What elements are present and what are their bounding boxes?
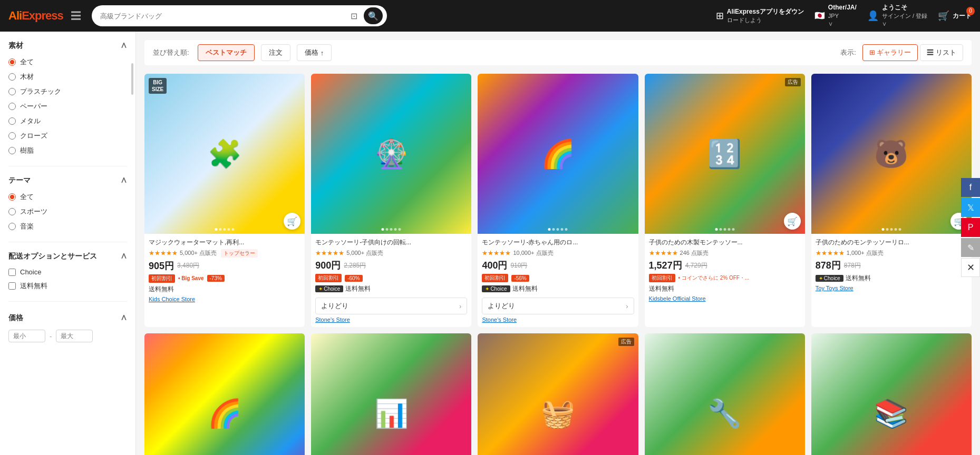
theme-filter-title[interactable]: テーマ ∧	[8, 175, 127, 186]
cart-nav[interactable]: 🛒 0 カート	[938, 10, 972, 22]
material-radio-all[interactable]	[8, 58, 16, 66]
product-card-10[interactable]: 📚 🛒 農場の絵本 赤ちゃん向けソフトブック ★★★★★ 6,700+ 点販売 …	[811, 333, 972, 455]
product-card-7[interactable]: 📊 🛒 算数スティック 子供向け教育玩具 ★★★★★ 2,500+ 点販売 68…	[311, 333, 471, 455]
material-option-all[interactable]: 全て	[8, 57, 127, 67]
sort-best-match-button[interactable]: ベストマッチ	[198, 44, 255, 61]
yori-dori-button[interactable]: よりどり ›	[482, 298, 634, 314]
stars: ★★★★★	[482, 249, 511, 257]
choice-icon: ✦	[485, 286, 489, 292]
product-card-9[interactable]: 🔧 🛒 子供向け工具セット DIY おもちゃ ★★★★★ 4,200+ 点販売 …	[645, 333, 805, 455]
dot-indicators	[215, 228, 235, 231]
shipping-checkbox-free[interactable]	[8, 282, 16, 290]
material-radio-wood[interactable]	[8, 73, 16, 81]
sort-orders-button[interactable]: 注文	[261, 44, 290, 61]
social-sidebar: f 𝕏 P ✎ ✕	[961, 178, 980, 277]
divider-2	[8, 242, 127, 242]
material-option-resin[interactable]: 樹脂	[8, 146, 127, 155]
dot-4	[894, 228, 897, 231]
shipping-option-free[interactable]: 送料無料	[8, 281, 127, 291]
hamburger-button[interactable]: ☰	[69, 7, 83, 25]
twitter-share-button[interactable]: 𝕏	[961, 198, 980, 217]
price-max-input[interactable]	[56, 330, 93, 342]
product-card-3[interactable]: 🌈 モンテッソーリ-赤ちゃん用のロ... ★★★★★ 10,000+ 点販売 4…	[478, 74, 638, 327]
search-input[interactable]	[100, 12, 344, 20]
price-filter-section: 価格 ∧ -	[8, 312, 127, 342]
free-shipping: 送料無料	[649, 284, 801, 293]
theme-radio-music[interactable]	[8, 223, 16, 230]
shipping-filter-title[interactable]: 配送オプションとサービス ∧	[8, 251, 127, 262]
shipping-checkbox-choice[interactable]	[8, 269, 16, 276]
material-option-plastic[interactable]: プラスチック	[8, 87, 127, 96]
sort-price-button[interactable]: 価格 ↑	[297, 44, 332, 61]
search-submit-button[interactable]: 🔍	[364, 7, 383, 24]
product-card-4[interactable]: 🔢 広告 🛒 子供のための木製モンテッソー... ★★★★★ 246 点販売 1…	[645, 74, 805, 327]
pinterest-share-button[interactable]: P	[961, 218, 980, 237]
edit-button[interactable]: ✎	[961, 238, 980, 257]
product-card-5[interactable]: 🐻 🛒 子供のためのモンテッソーリロ... ★★★★★ 1,000+ 点販売 8…	[811, 74, 972, 327]
list-view-button[interactable]: ☰ リスト	[920, 44, 963, 61]
original-price: 4,729円	[685, 261, 707, 270]
current-price: 1,527円	[649, 259, 682, 272]
current-price: 905円	[149, 260, 174, 272]
store-link[interactable]: Toy Toys Store	[816, 285, 967, 291]
dot-5	[565, 228, 568, 231]
product-card-6[interactable]: 🌈 🛒 木製レインボー積み木 子供向け ★★★★★ 3,000+ 点販売 450…	[144, 333, 305, 455]
original-price: 3,480円	[177, 261, 199, 270]
theme-option-all[interactable]: 全て	[8, 192, 127, 202]
product-image-wrap: 🎡	[311, 74, 471, 234]
social-close-button[interactable]: ✕	[961, 258, 980, 277]
store-link[interactable]: Stone's Store	[315, 316, 467, 323]
theme-option-music[interactable]: 音楽	[8, 222, 127, 231]
add-to-cart-button[interactable]: 🛒	[784, 213, 801, 230]
price-dash: -	[50, 332, 52, 340]
material-option-paper[interactable]: ペーパー	[8, 102, 127, 111]
region-selector[interactable]: 🇯🇵 Other/JA/ JPY ∨	[814, 3, 857, 28]
choice-badge: ✦Choice	[482, 285, 510, 292]
product-grid: 🧩 BIGSIZE 🛒 マジックウォーターマット,再利... ★★★★★ 5,0…	[144, 74, 972, 455]
product-title: 子供のためのモンテッソーリロ...	[816, 238, 967, 247]
material-option-close[interactable]: クローズ	[8, 131, 127, 141]
product-card-2[interactable]: 🎡 モンテッソーリ-子供向けの回転... ★★★★★ 5,000+ 点販売 90…	[311, 74, 471, 327]
store-link[interactable]: Stone's Store	[482, 316, 634, 323]
stars-row: ★★★★★ 246 点販売	[649, 249, 801, 257]
camera-search-button[interactable]: ⊡	[348, 9, 360, 23]
material-option-wood[interactable]: 木材	[8, 72, 127, 82]
shipping-option-choice[interactable]: Choice	[8, 268, 127, 276]
app-download-nav[interactable]: ⊞ AliExpressアプリをダウン ロードしよう	[716, 7, 804, 24]
product-info: マジックウォーターマット,再利... ★★★★★ 5,000+ 点販売 トップセ…	[144, 234, 305, 306]
store-link[interactable]: Kids Choice Store	[149, 296, 300, 302]
product-card-1[interactable]: 🧩 BIGSIZE 🛒 マジックウォーターマット,再利... ★★★★★ 5,0…	[144, 74, 305, 327]
price-chevron-icon: ∧	[120, 312, 127, 323]
logo[interactable]: AliExpress	[8, 9, 63, 23]
material-option-metal[interactable]: メタル	[8, 116, 127, 126]
material-filter-title[interactable]: 素材 ∧	[8, 40, 127, 51]
price-filter-title[interactable]: 価格 ∧	[8, 312, 127, 323]
free-shipping: ✦Choice送料無料	[816, 274, 967, 283]
gallery-view-button[interactable]: ⊞ ギャラリー	[862, 44, 918, 61]
stars: ★★★★★	[149, 249, 178, 257]
theme-radio-sports[interactable]	[8, 208, 16, 215]
dot-indicators	[382, 228, 401, 231]
price-row: 878円 878円	[816, 259, 967, 272]
theme-radio-all[interactable]	[8, 193, 16, 201]
product-image-wrap: 🔢 広告 🛒	[645, 74, 805, 234]
material-radio-plastic[interactable]	[8, 88, 16, 95]
yori-dori-button[interactable]: よりどり ›	[315, 298, 467, 314]
product-info: モンテッソーリ-赤ちゃん用のロ... ★★★★★ 10,000+ 点販売 400…	[478, 234, 638, 327]
facebook-share-button[interactable]: f	[961, 178, 980, 197]
product-info: 子供のための木製モンテッソー... ★★★★★ 246 点販売 1,527円 4…	[645, 234, 805, 306]
material-radio-paper[interactable]	[8, 103, 16, 110]
shipping-filter-section: 配送オプションとサービス ∧ Choice 送料無料	[8, 251, 127, 291]
theme-option-sports[interactable]: スポーツ	[8, 207, 127, 216]
store-link[interactable]: Kidsbele Official Store	[649, 295, 801, 302]
material-radio-metal[interactable]	[8, 117, 16, 125]
material-radio-resin[interactable]	[8, 147, 16, 154]
product-image: 🧺	[478, 333, 638, 455]
dot-3	[390, 228, 393, 231]
product-card-8[interactable]: 🧺 広告 🛒 ままごと バスケット おままごと ★★★★★ 1,800+ 点販売…	[478, 333, 638, 455]
price-min-input[interactable]	[8, 330, 45, 342]
signin-nav[interactable]: 👤 ようこそ サインイン / 登録 ∨	[867, 3, 927, 28]
material-radio-close[interactable]	[8, 132, 16, 140]
product-area: 並び替え順: ベストマッチ 注文 価格 ↑ 表示: ⊞ ギャラリー ☰ リスト …	[136, 32, 980, 455]
dot-5	[399, 228, 401, 231]
